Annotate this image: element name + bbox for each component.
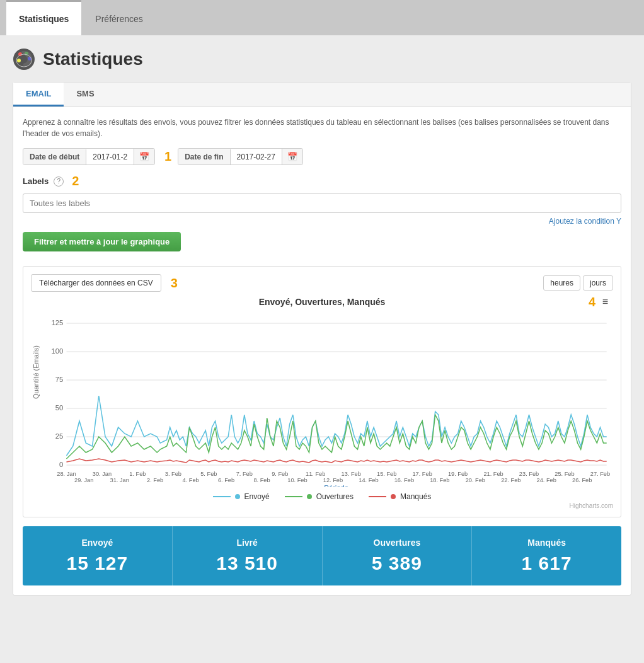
legend-ouvertures: Ouvertures [285, 492, 354, 501]
filter-button[interactable]: Filtrer et mettre à jour le graphique [23, 232, 181, 251]
date-end-value: 2017-02-27 [231, 149, 282, 164]
step1-number: 1 [164, 149, 171, 164]
step2-number: 2 [72, 174, 79, 188]
csv-button[interactable]: Télécharger des données en CSV [31, 274, 161, 292]
stat-manques: Manqués 1 617 [472, 526, 621, 585]
svg-text:28. Jan: 28. Jan [57, 471, 76, 477]
step3-number: 3 [171, 276, 178, 291]
stat-manques-value: 1 617 [478, 553, 615, 574]
card-body: Apprenez à connaître les résultats des e… [13, 107, 631, 595]
svg-text:16. Feb: 16. Feb [394, 477, 414, 483]
main-card: EMAIL SMS Apprenez à connaître les résul… [13, 82, 631, 596]
date-end-field: Date de fin 2017-02-27 📅 [178, 148, 303, 165]
main-content: Statistiques EMAIL SMS Apprenez à connaî… [0, 35, 644, 663]
highcharts-credit: Highcharts.com [31, 502, 613, 509]
svg-text:10. Feb: 10. Feb [287, 477, 307, 483]
legend-manques: Manqués [369, 492, 431, 501]
page-header: Statistiques [13, 48, 631, 71]
svg-text:26. Feb: 26. Feb [572, 477, 592, 483]
stat-envoye-value: 15 127 [29, 553, 166, 574]
svg-text:25: 25 [55, 432, 64, 440]
svg-text:29. Jan: 29. Jan [74, 477, 93, 483]
svg-text:0: 0 [59, 461, 63, 468]
svg-text:6. Feb: 6. Feb [218, 477, 234, 483]
labels-row: Labels ? 2 [23, 174, 621, 188]
heures-button[interactable]: heures [543, 275, 580, 291]
svg-text:8. Feb: 8. Feb [253, 477, 270, 483]
tab-preferences[interactable]: Préférences [83, 0, 155, 35]
svg-text:3. Feb: 3. Feb [165, 471, 181, 477]
labels-label: Labels [23, 176, 49, 186]
svg-text:7. Feb: 7. Feb [236, 471, 253, 477]
date-start-calendar-icon[interactable]: 📅 [134, 149, 154, 164]
date-start-value: 2017-01-2 [86, 149, 134, 164]
svg-text:5. Feb: 5. Feb [200, 471, 217, 477]
date-row: Date de début 2017-01-2 📅 1 Date de fin … [23, 148, 621, 165]
stat-envoye-label: Envoyé [29, 538, 166, 548]
svg-text:1. Feb: 1. Feb [129, 471, 146, 477]
tab-email[interactable]: EMAIL [13, 83, 64, 107]
svg-text:20. Feb: 20. Feb [466, 477, 485, 483]
tab-statistiques[interactable]: Statistiques [6, 0, 81, 35]
palette-icon [13, 48, 35, 71]
info-text: Apprenez à connaître les résultats des e… [23, 117, 621, 139]
step4-number: 4 [589, 295, 595, 309]
svg-text:12. Feb: 12. Feb [323, 477, 343, 483]
svg-text:15. Feb: 15. Feb [377, 471, 396, 477]
svg-text:22. Feb: 22. Feb [501, 477, 520, 483]
chart-svg: 0 25 50 75 100 125 Quantité (Emails) [31, 311, 613, 487]
labels-input[interactable] [23, 193, 621, 213]
stat-livre: Livré 13 510 [173, 526, 323, 585]
date-start-label: Date de début [23, 149, 86, 164]
svg-text:18. Feb: 18. Feb [430, 477, 449, 483]
date-end-label: Date de fin [178, 149, 230, 164]
add-condition-link[interactable]: Ajoutez la condition Y [549, 217, 621, 226]
stat-livre-label: Livré [179, 538, 316, 548]
tab-sms[interactable]: SMS [64, 83, 106, 107]
svg-text:24. Feb: 24. Feb [537, 477, 556, 483]
stat-ouvertures-value: 5 389 [329, 553, 466, 574]
svg-text:75: 75 [55, 376, 64, 383]
chart-controls: heures jours [543, 275, 613, 291]
chart-title: Envoyé, Ouvertures, Manqués [259, 297, 386, 307]
chart-container: 0 25 50 75 100 125 Quantité (Emails) [31, 311, 613, 487]
svg-text:23. Feb: 23. Feb [519, 471, 539, 477]
stat-livre-value: 13 510 [179, 553, 316, 574]
svg-text:Période: Période [324, 484, 348, 487]
chart-title-row: Envoyé, Ouvertures, Manqués 4 ≡ [31, 297, 613, 307]
jours-button[interactable]: jours [583, 275, 613, 291]
svg-text:27. Feb: 27. Feb [590, 471, 610, 477]
svg-text:100: 100 [52, 347, 64, 355]
svg-text:25. Feb: 25. Feb [555, 471, 574, 477]
chart-section: Télécharger des données en CSV 3 heures … [23, 266, 621, 517]
date-start-field: Date de début 2017-01-2 📅 [23, 148, 155, 165]
chart-menu-icon[interactable]: ≡ [602, 296, 608, 308]
svg-text:30. Jan: 30. Jan [93, 471, 112, 477]
date-end-calendar-icon[interactable]: 📅 [282, 149, 302, 164]
inner-tabs: EMAIL SMS [13, 83, 631, 107]
svg-text:125: 125 [52, 319, 64, 326]
svg-text:31. Jan: 31. Jan [110, 477, 129, 483]
chart-legend: Envoyé Ouvertures Manqués [31, 492, 613, 501]
add-condition-row: Ajoutez la condition Y [23, 217, 621, 226]
svg-text:13. Feb: 13. Feb [342, 471, 361, 477]
svg-text:19. Feb: 19. Feb [448, 471, 468, 477]
tab-bar: Statistiques Préférences [0, 0, 644, 35]
page-title: Statistiques [43, 49, 143, 69]
stat-envoye: Envoyé 15 127 [23, 526, 173, 585]
stat-manques-label: Manqués [478, 538, 615, 548]
svg-text:2. Feb: 2. Feb [147, 477, 163, 483]
svg-text:50: 50 [55, 404, 64, 412]
svg-text:14. Feb: 14. Feb [359, 477, 378, 483]
svg-text:9. Feb: 9. Feb [272, 471, 288, 477]
svg-text:11. Feb: 11. Feb [306, 471, 325, 477]
svg-text:21. Feb: 21. Feb [483, 471, 503, 477]
labels-help-icon[interactable]: ? [54, 176, 64, 187]
svg-text:4. Feb: 4. Feb [183, 477, 199, 483]
svg-point-4 [17, 59, 21, 62]
stats-bar: Envoyé 15 127 Livré 13 510 Ouvertures 5 … [23, 526, 621, 585]
svg-text:17. Feb: 17. Feb [412, 471, 432, 477]
svg-text:Quantité (Emails): Quantité (Emails) [32, 345, 40, 399]
stat-ouvertures-label: Ouvertures [329, 538, 466, 548]
legend-envoye: Envoyé [213, 492, 270, 501]
